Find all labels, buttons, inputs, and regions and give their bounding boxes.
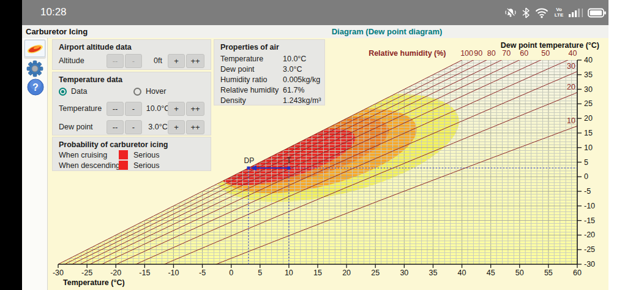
app-title: Carburetor Icing: [26, 27, 88, 36]
svg-text:?: ?: [32, 82, 39, 93]
y-tick--25: -25: [584, 245, 595, 254]
x-tick-0: 0: [229, 269, 233, 277]
rh-label-100: 100: [460, 49, 473, 58]
prop-humidity-ratio-value: 0.005kg/kg: [283, 75, 320, 84]
temperature-minus2-button[interactable]: --: [107, 102, 124, 116]
marker-dp-point: [247, 167, 250, 170]
probability-panel-title: Probability of carburetor icing: [59, 140, 168, 149]
rh-label-30: 30: [567, 62, 575, 71]
dewpoint-label: Dew point: [59, 123, 93, 131]
y-tick--30: -30: [584, 260, 595, 269]
y-tick-35: 35: [584, 71, 593, 79]
gear-icon: [26, 60, 43, 77]
properties-panel-title: Properties of air: [220, 43, 279, 52]
rh-axis-label: Relative humidity (%): [369, 49, 446, 58]
altitude-minus2-button[interactable]: --: [107, 54, 124, 68]
y-tick-15: 15: [584, 129, 593, 137]
properties-panel: Properties of air Temperature 10.0°C Dew…: [214, 39, 325, 105]
dewpoint-plus-button[interactable]: +: [168, 120, 185, 134]
cruising-status-swatch: [119, 150, 128, 159]
x-tick-40: 40: [458, 269, 466, 277]
rh-label-70: 70: [502, 49, 511, 58]
sidebar-help-button[interactable]: ?: [27, 78, 44, 96]
radio-data-label: Data: [71, 87, 87, 96]
bluetooth-icon: [522, 7, 530, 18]
rh-label-60: 60: [520, 49, 528, 58]
x-tick-45: 45: [487, 269, 495, 277]
sidebar-diagram-button[interactable]: [24, 39, 46, 59]
y-tick--15: -15: [584, 216, 595, 225]
app-root: 10:28 VoLTE: [0, 0, 644, 290]
rh-label-40: 40: [569, 49, 577, 58]
sidebar-settings-button[interactable]: [26, 60, 43, 77]
descending-status: Serious: [133, 161, 159, 170]
rh-label-10: 10: [567, 116, 575, 125]
dewpoint-plus2-button[interactable]: ++: [186, 120, 204, 134]
x-tick-5: 5: [258, 269, 262, 277]
altitude-panel: Airport altitude data Altitude -- - 0ft …: [52, 39, 211, 70]
x-tick-50: 50: [515, 269, 524, 277]
dewpoint-minus2-button[interactable]: --: [107, 120, 124, 134]
altitude-plus-button[interactable]: +: [168, 54, 185, 68]
x-tick--30: -30: [53, 269, 64, 277]
x-tick-35: 35: [429, 269, 437, 277]
x-tick-25: 25: [371, 269, 380, 277]
y-tick-25: 25: [584, 99, 593, 108]
temperature-label: Temperature: [59, 104, 102, 113]
x-tick-55: 55: [544, 269, 553, 277]
y-axis-title: Dew point temperature (°C): [501, 41, 599, 50]
y-tick-20: 20: [584, 114, 593, 123]
status-bar: 10:28 VoLTE: [22, 0, 608, 25]
y-tick-5: 5: [584, 158, 588, 167]
temperature-plus-button[interactable]: +: [168, 102, 185, 116]
notification-muted-icon: [504, 7, 517, 19]
battery-icon: [588, 7, 607, 19]
altitude-plus2-button[interactable]: ++: [186, 54, 204, 68]
probability-panel: Probability of carburetor icing When cru…: [52, 137, 211, 171]
wifi-icon: [535, 8, 549, 18]
cruising-label: When cruising: [59, 151, 107, 159]
camera-cutout-strip: [0, 0, 22, 290]
y-tick-30: 30: [584, 85, 593, 94]
temperature-panel-title: Temperature data: [59, 75, 122, 84]
x-tick-15: 15: [313, 269, 322, 277]
navigation-bar: [608, 0, 644, 290]
signal-strength-icon: [569, 8, 585, 18]
help-icon: ?: [27, 78, 44, 96]
x-tick-30: 30: [400, 269, 408, 277]
x-axis-title: Temperature (°C): [63, 278, 125, 287]
rh-label-90: 90: [474, 49, 482, 58]
rh-label-80: 80: [487, 49, 496, 58]
rh-label-50: 50: [541, 49, 550, 58]
rh-label-20: 20: [567, 83, 575, 91]
radio-hover[interactable]: Hover: [133, 87, 166, 96]
y-tick--5: -5: [584, 187, 591, 196]
prop-density-label: Density: [220, 96, 246, 105]
prop-rel-humidity-value: 61.7%: [283, 86, 304, 94]
descending-status-swatch: [119, 161, 128, 170]
x-tick--15: -15: [139, 269, 150, 277]
prop-dewpoint-value: 3.0°C: [283, 65, 302, 74]
temperature-plus2-button[interactable]: ++: [186, 102, 204, 116]
temperature-panel: Temperature data Data Hover Temperature …: [52, 72, 211, 135]
marker-t-point: [287, 167, 290, 170]
icing-diagram-icon: [24, 40, 45, 57]
prop-dewpoint-label: Dew point: [220, 65, 255, 74]
marker-dp-label: DP: [244, 156, 255, 165]
y-tick-40: 40: [584, 56, 593, 64]
cruising-status: Serious: [133, 151, 159, 159]
y-tick--20: -20: [584, 231, 595, 239]
y-tick-0: 0: [584, 172, 588, 181]
prop-rel-humidity-label: Relative humidity: [220, 86, 279, 94]
status-time: 10:28: [40, 6, 67, 18]
marker-t-label: T: [286, 156, 291, 165]
x-tick--25: -25: [81, 269, 92, 277]
prop-humidity-ratio-label: Humidity ratio: [220, 75, 267, 84]
x-tick-60: 60: [573, 269, 582, 277]
radio-data[interactable]: Data: [59, 87, 87, 96]
x-tick-20: 20: [342, 269, 351, 277]
altitude-label: Altitude: [59, 56, 84, 65]
volte-icon: VoLTE: [552, 7, 566, 18]
sidebar: ?: [22, 38, 48, 290]
radio-data-circle: [59, 88, 67, 96]
